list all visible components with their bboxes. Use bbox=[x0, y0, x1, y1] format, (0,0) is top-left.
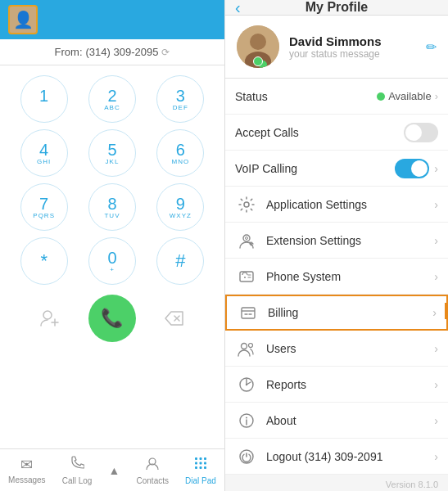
backspace-button[interactable] bbox=[156, 300, 192, 336]
users-label: Users bbox=[266, 342, 434, 355]
chevron-right-icon: › bbox=[434, 378, 438, 391]
chevron-right-icon: › bbox=[434, 234, 438, 247]
svg-rect-14 bbox=[204, 466, 206, 469]
left-panel: From: (314) 309-2095 ⟳ 1 2 ABC 3 DEF 4 G… bbox=[0, 0, 225, 491]
menu-item-about[interactable]: About › bbox=[225, 403, 448, 439]
right-panel: ‹ My Profile David Simmons your status m… bbox=[225, 0, 448, 491]
dial-key-6[interactable]: 6 MNO bbox=[156, 129, 204, 177]
dialpad-icon bbox=[193, 456, 208, 475]
menu-item-voip[interactable]: VoIP Calling › bbox=[225, 151, 448, 187]
nav-call-log-label: Call Log bbox=[62, 476, 93, 485]
dial-key-7[interactable]: 7 PQRS bbox=[20, 183, 68, 231]
avatar bbox=[237, 25, 279, 68]
call-log-icon bbox=[70, 456, 84, 475]
bottom-nav: ✉ Messages Call Log ▲ Contacts bbox=[0, 448, 224, 491]
menu-item-phone-system[interactable]: Phone System › bbox=[225, 259, 448, 295]
svg-rect-8 bbox=[204, 457, 206, 460]
svg-point-30 bbox=[249, 343, 253, 347]
svg-rect-13 bbox=[200, 466, 202, 469]
dial-key-hash[interactable]: # bbox=[156, 237, 204, 285]
app-settings-label: Application Settings bbox=[266, 198, 434, 211]
chevron-right-icon: › bbox=[434, 450, 438, 463]
from-bar: From: (314) 309-2095 ⟳ bbox=[0, 39, 224, 65]
dial-key-4[interactable]: 4 GHI bbox=[20, 129, 68, 177]
accept-calls-toggle[interactable] bbox=[404, 123, 438, 142]
version-text: Version 8.1.0 bbox=[386, 480, 438, 489]
ext-settings-label: Extension Settings bbox=[266, 234, 434, 247]
svg-point-21 bbox=[246, 236, 248, 239]
reports-icon bbox=[235, 373, 258, 396]
voip-calling-toggle[interactable] bbox=[395, 159, 429, 178]
call-button[interactable]: 📞 bbox=[88, 295, 136, 342]
chevron-right-icon: › bbox=[434, 270, 438, 283]
version-bar: Version 8.1.0 bbox=[225, 475, 448, 491]
menu-item-logout[interactable]: Logout (314) 309-2091 › bbox=[225, 439, 448, 475]
dial-action-row: 📞 bbox=[13, 288, 211, 349]
logout-label: Logout (314) 309-2091 bbox=[266, 450, 434, 463]
status-value: Available bbox=[388, 90, 432, 102]
messages-icon: ✉ bbox=[20, 456, 33, 474]
menu-item-ext-settings[interactable]: Extension Settings › bbox=[225, 223, 448, 259]
dial-key-3[interactable]: 3 DEF bbox=[156, 75, 204, 123]
status-label: Status bbox=[235, 90, 377, 103]
dial-key-9[interactable]: 9 WXYZ bbox=[156, 183, 204, 231]
svg-point-20 bbox=[243, 235, 250, 241]
menu-item-reports[interactable]: Reports › bbox=[225, 367, 448, 403]
dial-key-star[interactable]: * bbox=[20, 237, 68, 285]
dial-key-8[interactable]: 8 TUV bbox=[88, 183, 136, 231]
nav-messages[interactable]: ✉ Messages bbox=[8, 456, 46, 484]
nav-expand[interactable]: ▲ bbox=[109, 464, 120, 477]
dial-key-0[interactable]: 0 + bbox=[88, 237, 136, 285]
nav-contacts[interactable]: Contacts bbox=[137, 456, 169, 485]
dial-key-2[interactable]: 2 ABC bbox=[88, 75, 136, 123]
svg-rect-24 bbox=[242, 308, 255, 318]
chevron-up-icon: ▲ bbox=[109, 464, 120, 477]
edit-profile-button[interactable]: ✏ bbox=[426, 39, 437, 55]
menu-item-billing[interactable]: Billing › bbox=[225, 295, 448, 331]
dial-key-5[interactable]: 5 JKL bbox=[88, 129, 136, 177]
chevron-right-icon: › bbox=[434, 162, 438, 175]
add-contact-button[interactable] bbox=[32, 300, 68, 336]
svg-point-16 bbox=[250, 34, 266, 50]
about-label: About bbox=[266, 414, 434, 427]
menu-group-main: Application Settings › Extension Setting… bbox=[225, 187, 448, 403]
nav-contacts-label: Contacts bbox=[137, 476, 169, 485]
nav-dialpad[interactable]: Dial Pad bbox=[185, 456, 216, 485]
profile-info: David Simmons your status message bbox=[289, 34, 416, 60]
voip-calling-label: VoIP Calling bbox=[235, 162, 395, 175]
about-icon bbox=[235, 409, 258, 432]
menu-item-accept-calls[interactable]: Accept Calls bbox=[225, 115, 448, 151]
phone-system-label: Phone System bbox=[266, 270, 434, 283]
dial-key-1[interactable]: 1 bbox=[20, 75, 68, 123]
chevron-right-icon: › bbox=[434, 198, 438, 211]
svg-point-32 bbox=[246, 383, 247, 385]
from-label: From: bbox=[55, 46, 83, 58]
chevron-right-icon: › bbox=[434, 414, 438, 427]
left-header bbox=[0, 0, 224, 39]
svg-rect-11 bbox=[204, 462, 206, 464]
svg-rect-7 bbox=[200, 457, 202, 460]
billing-label: Billing bbox=[268, 306, 432, 319]
sync-icon: ⟳ bbox=[161, 47, 170, 58]
menu-item-status[interactable]: Status Available › bbox=[225, 79, 448, 115]
menu-group-status: Status Available › Accept Calls VoIP Cal… bbox=[225, 79, 448, 187]
nav-call-log[interactable]: Call Log bbox=[62, 456, 93, 485]
avatar[interactable] bbox=[8, 5, 38, 34]
back-button[interactable]: ‹ bbox=[235, 0, 241, 17]
menu-group-about: About › Logout (314) 309-2091 › bbox=[225, 403, 448, 475]
svg-point-34 bbox=[246, 417, 247, 418]
menu-item-users[interactable]: Users › bbox=[225, 331, 448, 367]
dialpad-grid: 1 2 ABC 3 DEF 4 GHI 5 JKL 6 MNO bbox=[13, 75, 211, 285]
settings-icon bbox=[235, 193, 258, 216]
svg-point-19 bbox=[244, 202, 249, 207]
svg-rect-12 bbox=[195, 466, 197, 469]
phone-icon: 📞 bbox=[101, 308, 123, 329]
arrow-indicator bbox=[445, 298, 448, 327]
svg-rect-6 bbox=[195, 457, 197, 460]
status-dot bbox=[377, 92, 385, 101]
phone-system-icon bbox=[235, 265, 258, 288]
menu-item-app-settings[interactable]: Application Settings › bbox=[225, 187, 448, 223]
logout-icon bbox=[235, 445, 258, 468]
svg-rect-9 bbox=[195, 462, 197, 464]
reports-label: Reports bbox=[266, 378, 434, 391]
